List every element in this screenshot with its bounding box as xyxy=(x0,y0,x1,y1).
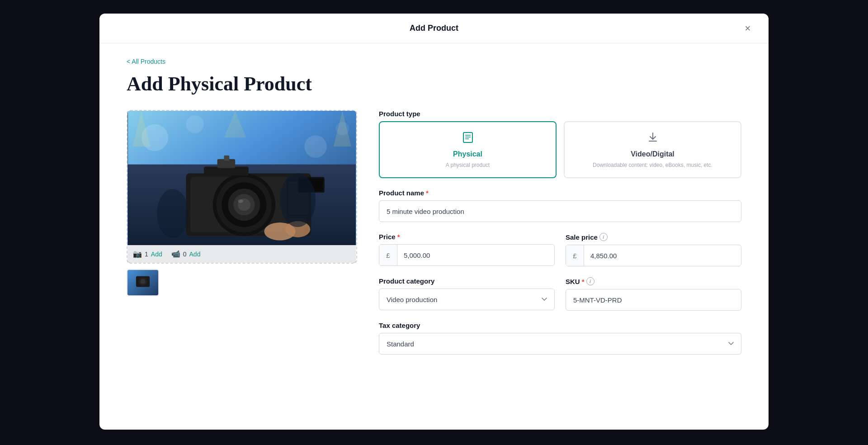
sku-input[interactable] xyxy=(566,289,741,311)
product-name-input[interactable] xyxy=(379,200,741,222)
price-currency-symbol: £ xyxy=(379,245,397,265)
product-name-label: Product name * xyxy=(379,189,741,197)
photo-count: 1 xyxy=(145,251,148,258)
physical-card-title: Physical xyxy=(453,150,482,158)
sale-price-info-icon[interactable]: i xyxy=(599,233,608,241)
product-type-field: Product type xyxy=(379,110,741,178)
price-row: Price * £ Sale price i xyxy=(379,233,741,266)
thumbnail-1[interactable] xyxy=(127,269,159,296)
svg-rect-33 xyxy=(463,133,472,142)
content-layout: 📷 1 Add 📹 0 Add xyxy=(127,110,741,355)
image-section: 📷 1 Add 📹 0 Add xyxy=(127,110,357,296)
product-category-field: Product category Video production Photog… xyxy=(379,277,555,311)
add-product-modal: Add Product × < All Products Add Physica… xyxy=(99,14,769,430)
svg-point-2 xyxy=(186,115,204,133)
sku-required: * xyxy=(582,278,585,285)
product-category-label: Product category xyxy=(379,277,555,285)
camera-icon: 📷 xyxy=(133,250,142,258)
video-control: 📹 0 Add xyxy=(171,250,201,258)
product-name-field: Product name * xyxy=(379,189,741,222)
category-row: Product category Video production Photog… xyxy=(379,277,741,311)
product-type-digital-card[interactable]: Video/Digital Downloadable content: vide… xyxy=(564,121,741,178)
thumbnail-image-1 xyxy=(127,270,158,295)
digital-card-subtitle: Downloadable content: video, eBooks, mus… xyxy=(593,162,712,168)
image-controls-bar: 📷 1 Add 📹 0 Add xyxy=(127,245,356,263)
sale-price-input-wrapper: £ xyxy=(566,245,741,266)
svg-rect-17 xyxy=(204,167,249,176)
svg-point-32 xyxy=(140,279,145,284)
digital-icon xyxy=(646,131,659,147)
modal-title: Add Product xyxy=(410,24,458,33)
sku-field: SKU * i xyxy=(566,277,741,311)
physical-icon xyxy=(462,131,474,147)
svg-point-14 xyxy=(238,199,243,203)
product-category-select[interactable]: Video production Photography Audio Other xyxy=(379,289,555,310)
sale-price-currency-symbol: £ xyxy=(566,245,584,266)
form-section: Product type xyxy=(379,110,741,355)
sku-label: SKU * i xyxy=(566,277,741,285)
digital-card-title: Video/Digital xyxy=(631,150,675,158)
price-input-wrapper: £ xyxy=(379,244,555,266)
thumbnail-row xyxy=(127,269,357,296)
modal-close-button[interactable]: × xyxy=(740,20,756,37)
sale-price-label: Sale price i xyxy=(566,233,741,241)
product-type-grid: Physical A physical product Vid xyxy=(379,121,741,178)
photo-add-button[interactable]: Add xyxy=(151,251,162,258)
back-to-products-link[interactable]: < All Products xyxy=(127,58,165,65)
product-type-label: Product type xyxy=(379,110,741,118)
sale-price-input[interactable] xyxy=(584,245,741,266)
modal-header: Add Product × xyxy=(99,14,769,43)
price-required: * xyxy=(397,233,400,241)
svg-rect-19 xyxy=(224,156,229,161)
photo-control: 📷 1 Add xyxy=(133,250,162,258)
product-name-required: * xyxy=(426,189,429,197)
tax-category-select[interactable]: Standard Reduced Zero xyxy=(379,333,741,355)
sale-price-field: Sale price i £ xyxy=(566,233,741,266)
video-icon: 📹 xyxy=(171,250,180,258)
product-image-placeholder xyxy=(127,111,356,263)
breadcrumb: < All Products xyxy=(127,58,741,65)
sku-info-icon[interactable]: i xyxy=(586,277,594,285)
svg-point-24 xyxy=(280,173,316,227)
product-type-physical-card[interactable]: Physical A physical product xyxy=(379,121,557,178)
tax-category-field: Tax category Standard Reduced Zero xyxy=(379,322,741,355)
tax-category-label: Tax category xyxy=(379,322,741,329)
page-title: Add Physical Product xyxy=(127,72,741,95)
image-upload-area[interactable]: 📷 1 Add 📹 0 Add xyxy=(127,110,357,264)
price-label: Price * xyxy=(379,233,555,241)
video-add-button[interactable]: Add xyxy=(189,251,201,258)
physical-card-subtitle: A physical product xyxy=(446,162,490,168)
price-input[interactable] xyxy=(397,245,554,265)
price-field: Price * £ xyxy=(379,233,555,266)
video-count: 0 xyxy=(183,251,187,258)
svg-point-3 xyxy=(304,135,326,157)
svg-point-25 xyxy=(157,189,188,238)
modal-body: < All Products Add Physical Product xyxy=(99,43,769,430)
